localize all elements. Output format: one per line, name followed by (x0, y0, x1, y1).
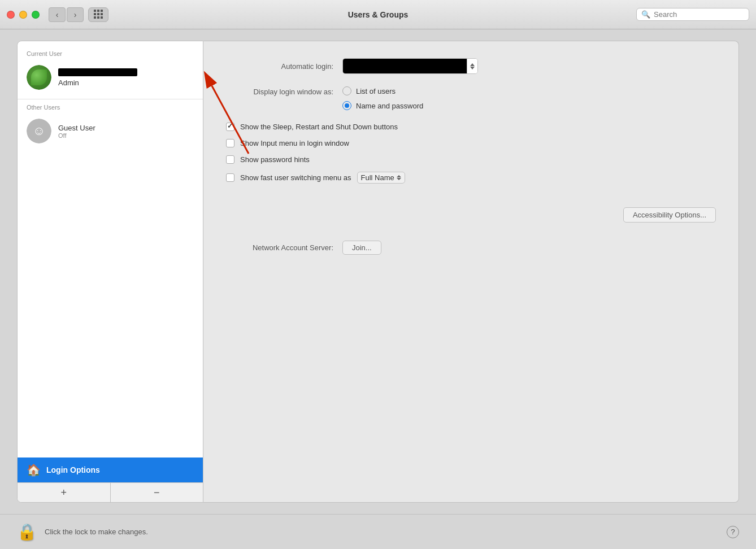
arrow-down-icon (470, 67, 475, 69)
inline-arrows (397, 175, 401, 180)
guest-user-item[interactable]: ☺ Guest User Off (18, 114, 203, 148)
maximize-button[interactable] (32, 11, 40, 19)
guest-user-status: Off (58, 132, 194, 139)
avatar (27, 65, 51, 90)
other-users-section-label: Other Users (18, 104, 203, 114)
current-user-section-label: Current User (18, 50, 203, 60)
automatic-login-label: Automatic login: (226, 62, 333, 71)
show-sleep-row: Show the Sleep, Restart and Shut Down bu… (226, 123, 716, 131)
select-value-redacted (343, 59, 467, 73)
grid-icon (94, 10, 103, 19)
checkbox-group: Show the Sleep, Restart and Shut Down bu… (226, 123, 716, 184)
login-options-button[interactable]: 🏠 Login Options (18, 457, 203, 482)
accessibility-row: Accessibility Options... (226, 207, 716, 223)
network-account-label: Network Account Server: (226, 243, 333, 252)
nav-buttons: ‹ › (49, 7, 84, 22)
remove-user-button[interactable]: − (111, 483, 203, 502)
show-fast-switch-checkbox[interactable] (226, 173, 234, 182)
current-user-item[interactable]: Admin (18, 60, 203, 94)
person-icon: ☺ (33, 125, 45, 137)
bottom-bar: 🔒 Click the lock to make changes. ? (0, 514, 756, 549)
close-button[interactable] (7, 11, 15, 19)
show-input-menu-label: Show Input menu in login window (240, 139, 349, 147)
mini-arrow-up-icon (397, 175, 401, 177)
name-and-password-row: Name and password (342, 101, 423, 110)
panel-wrapper: Current User Admin Other Users (17, 41, 739, 503)
list-of-users-radio[interactable] (342, 86, 351, 95)
fast-switch-value: Full Name (361, 173, 394, 182)
user-info: Admin (58, 68, 194, 87)
name-and-password-label: Name and password (356, 102, 423, 110)
users-list: Current User Admin Other Users (18, 41, 203, 457)
network-account-row: Network Account Server: Join... (226, 241, 716, 255)
list-of-users-label: List of users (356, 87, 396, 95)
select-arrows[interactable] (467, 59, 477, 73)
login-options-label: Login Options (46, 465, 100, 474)
automatic-login-select[interactable] (342, 58, 478, 74)
mini-arrow-down-icon (397, 178, 401, 180)
titlebar: ‹ › Users & Groups 🔍 (0, 0, 756, 29)
back-button[interactable]: ‹ (49, 7, 66, 22)
guest-circle: ☺ (27, 119, 51, 143)
guest-user-info: Guest User Off (58, 124, 194, 139)
left-panel: Current User Admin Other Users (17, 41, 203, 503)
lock-icon[interactable]: 🔒 (17, 522, 37, 541)
add-user-button[interactable]: + (18, 483, 111, 502)
guest-user-name: Guest User (58, 124, 194, 132)
arrow-up-icon (470, 63, 475, 66)
help-button[interactable]: ? (727, 526, 739, 538)
leaf-shape (31, 69, 47, 85)
join-button[interactable]: Join... (342, 241, 381, 255)
list-of-users-row: List of users (342, 86, 423, 95)
show-sleep-checkbox[interactable] (226, 123, 234, 131)
search-bar[interactable]: 🔍 (636, 8, 749, 21)
show-input-menu-checkbox[interactable] (226, 139, 234, 147)
name-and-password-radio[interactable] (342, 101, 351, 110)
show-password-hints-label: Show password hints (240, 155, 310, 164)
show-input-menu-row: Show Input menu in login window (226, 139, 716, 147)
show-fast-switch-label: Show fast user switching menu as (240, 173, 351, 182)
search-icon: 🔍 (641, 10, 650, 19)
house-icon: 🏠 (27, 463, 41, 477)
fast-switch-row: Show fast user switching menu as Full Na… (226, 172, 716, 184)
guest-avatar: ☺ (27, 119, 51, 143)
user-avatar-leaf (27, 65, 51, 90)
show-password-hints-row: Show password hints (226, 155, 716, 164)
display-login-label: Display login window as: (226, 86, 333, 96)
show-password-hints-checkbox[interactable] (226, 155, 234, 164)
show-sleep-label: Show the Sleep, Restart and Shut Down bu… (240, 123, 398, 131)
display-login-row: Display login window as: List of users N… (226, 86, 716, 110)
radio-group: List of users Name and password (342, 86, 423, 110)
main-content: Current User Admin Other Users (0, 29, 756, 514)
forward-button[interactable]: › (67, 7, 84, 22)
accessibility-options-button[interactable]: Accessibility Options... (623, 207, 716, 223)
window-title: Users & Groups (348, 10, 409, 19)
divider (18, 99, 203, 99)
minimize-button[interactable] (19, 11, 27, 19)
fast-switch-select[interactable]: Full Name (357, 172, 405, 184)
window-controls (7, 11, 40, 19)
user-role: Admin (58, 79, 194, 87)
search-input[interactable] (654, 10, 744, 19)
right-panel: Automatic login: Display login window as… (203, 41, 739, 503)
grid-view-button[interactable] (88, 7, 108, 22)
panel-bottom-buttons: + − (18, 482, 203, 502)
user-name-redacted (58, 68, 137, 76)
lock-text: Click the lock to make changes. (45, 528, 148, 536)
automatic-login-row: Automatic login: (226, 58, 716, 74)
